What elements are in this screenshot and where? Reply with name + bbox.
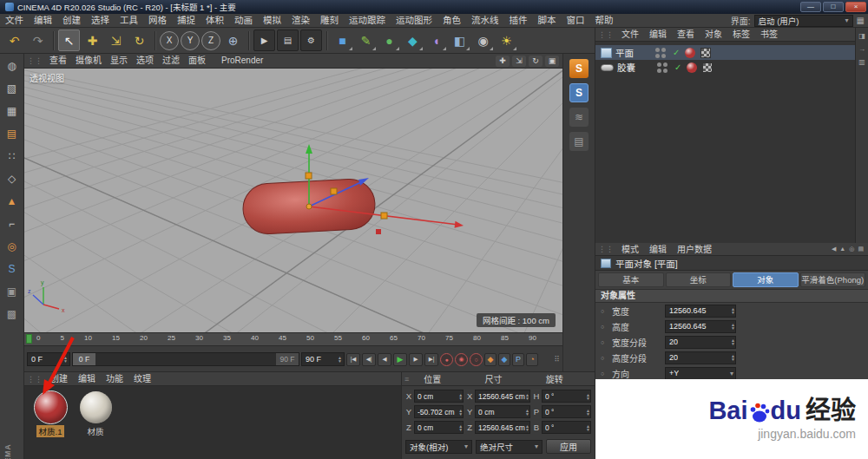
interface-dropdown[interactable]: 启动 (用户) ▾ — [754, 15, 853, 27]
coordinate-input[interactable]: 0 cm ▲▼ — [414, 421, 464, 434]
pan-view-icon[interactable]: ✚ — [496, 56, 510, 67]
stepper-icon[interactable]: ▲▼ — [458, 424, 463, 431]
points-mode-icon[interactable]: ∷ — [2, 146, 23, 167]
coordinate-input[interactable]: 12560.645 cm ▲▼ — [475, 421, 530, 434]
panel-grip[interactable]: ⋮⋮ — [24, 56, 45, 65]
attribute-input[interactable]: 20 ▲▼ ▾ — [665, 336, 736, 349]
current-frame-marker[interactable] — [26, 334, 32, 344]
object-row[interactable]: 胶囊 ✓ — [595, 60, 868, 75]
current-frame-input[interactable]: 0 F ▲▼ — [27, 352, 70, 366]
keyframe-circle-icon[interactable]: ○ — [601, 308, 608, 314]
material-menu-item[interactable]: 纹理 — [128, 372, 156, 385]
coordinate-mode-dropdown[interactable]: 对象(相对) ▾ — [405, 440, 472, 454]
attribute-tab[interactable]: 基本 — [598, 272, 664, 287]
menu-item[interactable]: 流水线 — [466, 14, 504, 27]
move-tool-button[interactable]: ✚ — [82, 30, 103, 51]
panel-grip[interactable]: ⋮⋮ — [24, 375, 45, 384]
material-preview[interactable] — [35, 391, 67, 423]
attribute-menu-item[interactable]: 用户数据 — [672, 243, 717, 256]
attribute-tab[interactable]: 坐标 — [666, 272, 732, 287]
attribute-menu-item[interactable]: 模式 — [616, 243, 644, 256]
menu-item[interactable]: 选择 — [86, 14, 115, 27]
viewport-menu-item[interactable]: 过滤 — [158, 54, 184, 68]
add-environment-button[interactable]: ◧ — [449, 30, 470, 51]
menu-item[interactable]: 雕刻 — [315, 14, 344, 27]
keyframe-circle-icon[interactable]: ○ — [601, 339, 608, 345]
material-badge-selected-icon[interactable]: S — [569, 83, 589, 102]
dock-toggle-icon[interactable]: ◨ — [858, 31, 867, 41]
object-menu-item[interactable]: 标签 — [727, 28, 755, 41]
range-start-handle[interactable]: 0 F — [73, 353, 95, 365]
uvw-tag-icon[interactable] — [700, 48, 711, 58]
gizmo-bank-handle[interactable] — [376, 229, 381, 234]
record-keyframe-button[interactable]: ● — [440, 353, 453, 366]
menu-item[interactable]: 捕捉 — [172, 14, 201, 27]
object-menu-item[interactable]: 对象 — [700, 28, 727, 41]
play-button[interactable]: ▶ — [393, 353, 407, 366]
prev-frame-button[interactable]: ◀ — [378, 353, 391, 366]
goto-start-button[interactable]: |◀ — [346, 353, 360, 366]
panel-grip[interactable]: ⋮⋮ — [595, 245, 616, 253]
coordinate-input[interactable]: 0 cm ▲▼ — [475, 405, 530, 418]
polygons-mode-icon[interactable]: ▲ — [2, 191, 23, 212]
panel-grip[interactable]: ⋮⋮ — [595, 30, 616, 39]
stepper-icon[interactable]: ▲▼ — [586, 393, 590, 400]
menu-item[interactable]: 帮助 — [590, 14, 619, 27]
viewport-menu-item[interactable]: 面板 — [184, 54, 210, 68]
menu-item[interactable]: 运动图形 — [391, 14, 437, 27]
add-spline-button[interactable]: ✎ — [355, 30, 377, 51]
keyframe-position-toggle[interactable]: ◆ — [484, 353, 496, 366]
maximize-button[interactable]: □ — [823, 2, 844, 12]
menu-item[interactable]: 体积 — [201, 14, 229, 27]
attribute-input[interactable]: +Y ▲▼ ▾ — [665, 367, 736, 380]
toolbar-separator[interactable] — [152, 30, 158, 51]
apply-button[interactable]: 应用 — [546, 439, 591, 454]
enable-check-icon[interactable]: ✓ — [674, 62, 681, 72]
stepper-icon[interactable]: ▲▼ — [338, 356, 342, 363]
material-menu-item[interactable]: 功能 — [101, 372, 128, 385]
menu-item[interactable]: 创建 — [57, 14, 86, 27]
timeline-range-slider[interactable]: 0 F 90 F — [72, 352, 299, 366]
menu-item[interactable]: 网格 — [143, 14, 172, 27]
material-menu-item[interactable]: 编辑 — [73, 372, 101, 385]
attribute-menu-item[interactable]: 编辑 — [644, 243, 672, 256]
rotate-view-icon[interactable]: ↻ — [529, 56, 542, 67]
attribute-tab[interactable]: 平滑着色(Phong) — [800, 272, 866, 287]
menu-item[interactable]: 模拟 — [258, 14, 286, 27]
stepper-icon[interactable]: ▲▼ — [458, 409, 463, 416]
gizmo-y-handle[interactable] — [306, 173, 312, 179]
menu-icon[interactable]: ≡ — [402, 375, 411, 384]
goto-end-button[interactable]: ▶| — [424, 353, 438, 366]
menu-item[interactable]: 渲染 — [286, 14, 315, 27]
attribute-input[interactable]: 12560.645 ▲▼ ▾ — [665, 305, 736, 318]
coordinate-system-button[interactable]: ⊕ — [222, 30, 244, 51]
visibility-toggles[interactable] — [655, 48, 666, 58]
y-axis-lock-button[interactable]: Y — [181, 31, 200, 50]
gizmo-x-handle[interactable] — [381, 213, 387, 219]
lock-workplane-icon[interactable]: ▣ — [2, 281, 23, 302]
texture-mode-icon[interactable]: ▦ — [2, 101, 23, 121]
stepper-icon[interactable]: ▲▼ — [458, 393, 463, 400]
material-tag-icon[interactable] — [685, 48, 695, 58]
material-tag-icon[interactable] — [687, 62, 697, 73]
menu-item[interactable]: 窗口 — [562, 14, 590, 27]
render-view-button[interactable]: ▶ — [253, 30, 275, 51]
material-preview[interactable] — [80, 391, 112, 423]
object-menu-item[interactable]: 查看 — [672, 28, 700, 41]
coordinate-input[interactable]: -50.702 cm ▲▼ — [414, 405, 464, 418]
keyframe-circle-icon[interactable]: ○ — [601, 370, 608, 377]
object-menu-item[interactable]: 编辑 — [644, 28, 672, 41]
menu-item[interactable]: 工具 — [115, 14, 143, 27]
viewport-menu-item[interactable]: 查看 — [45, 54, 71, 68]
x-axis-lock-button[interactable]: X — [160, 31, 179, 50]
dock-panel-icon[interactable]: ▤ — [569, 132, 589, 151]
focus-icon[interactable]: ◎ — [849, 246, 854, 252]
gizmo-z-handle[interactable] — [331, 188, 337, 194]
render-picture-viewer-button[interactable]: ▤ — [277, 30, 299, 51]
coordinate-input[interactable]: 0 cm ▲▼ — [414, 390, 464, 403]
viewport-canvas[interactable]: x y z 透视视图 网格间距 : 100 cm — [24, 69, 562, 332]
material-badge-icon[interactable]: S — [569, 59, 589, 78]
add-primitive-button[interactable]: ■ — [332, 30, 353, 51]
keyframe-selection-button[interactable]: ○ — [470, 353, 483, 366]
nav-up-icon[interactable]: ▲ — [839, 246, 845, 252]
